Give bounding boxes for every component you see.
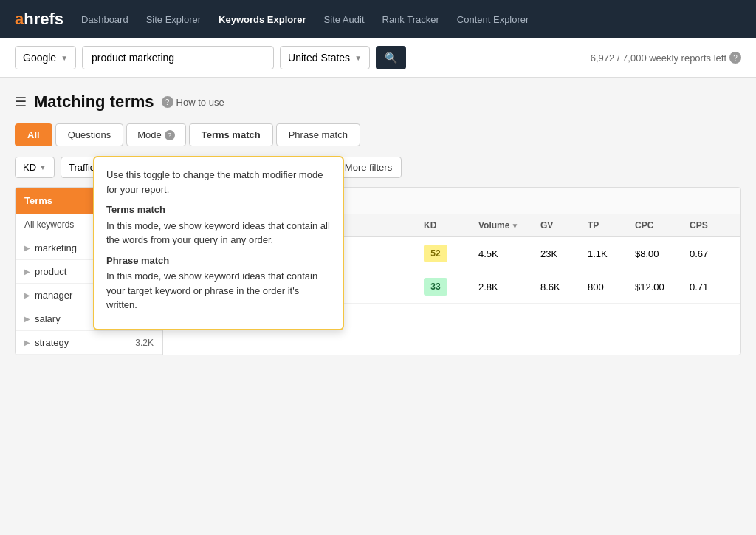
mode-label: Mode [137,129,162,140]
page-content: ☰ Matching terms ? How to use All Questi… [0,78,756,355]
mode-help-icon: ? [165,130,175,140]
tooltip-phrase-title: Phrase match [106,253,331,268]
country-select[interactable]: United States ▼ [280,46,370,69]
sidebar-item-label: strategy [35,337,69,348]
col-cpc-header: CPC [635,220,687,231]
row-tp: 1.1K [588,248,632,259]
row-cps: 0.71 [690,282,730,293]
row-tp: 800 [588,282,632,293]
kd-badge: 52 [424,245,447,262]
reports-left-indicator: 6,972 / 7,000 weekly reports left ? [591,52,741,64]
search-bar: Google ▼ United States ▼ 🔍 6,972 / 7,000… [0,38,756,78]
row-kd: 52 [424,245,475,262]
country-chevron-icon: ▼ [354,54,362,62]
more-filters-button[interactable]: More filters [335,157,402,178]
row-cps: 0.67 [690,248,730,259]
sidebar-item-label: manager [35,290,72,301]
keyword-input[interactable] [82,46,274,69]
col-volume-header[interactable]: Volume ▼ [478,220,537,231]
sidebar-item-label: marketing [35,242,77,253]
how-to-use-label: How to use [176,97,224,108]
col-gv-header: GV [540,220,585,231]
page-title: Matching terms [34,92,154,112]
kd-filter-chevron-icon: ▼ [39,163,47,171]
kd-filter[interactable]: KD ▼ [15,157,55,178]
brand-logo[interactable]: ahrefs [15,10,63,29]
row-cpc: $12.00 [635,282,687,293]
nav-dashboard[interactable]: Dashboard [81,14,128,25]
kd-filter-label: KD [23,162,36,173]
tabs-row: All Questions Mode ? Terms match Phrase … [15,123,741,146]
reports-help-icon[interactable]: ? [729,52,741,64]
chevron-right-icon: ▶ [24,291,30,299]
tab-mode[interactable]: Mode ? [126,123,186,146]
col-kd-header[interactable]: KD [424,220,475,231]
brand-logo-a: a [15,10,24,28]
country-label: United States [288,52,350,64]
hamburger-icon[interactable]: ☰ [15,94,27,110]
engine-select[interactable]: Google ▼ [15,46,76,69]
kd-badge: 33 [424,278,447,296]
nav-site-audit[interactable]: Site Audit [324,14,365,25]
tab-all[interactable]: All [15,123,52,146]
tab-phrase-match[interactable]: Phrase match [276,123,360,146]
tooltip-terms-desc: In this mode, we show keyword ideas that… [106,219,331,248]
sidebar-item-strategy[interactable]: ▶ strategy 3.2K [16,331,162,355]
col-cps-header: CPS [690,220,730,231]
tooltip-intro: Use this toggle to change the match modi… [106,168,331,197]
sidebar-item-count: 3.2K [135,338,154,348]
nav-site-explorer[interactable]: Site Explorer [146,14,201,25]
nav-content-explorer[interactable]: Content Explorer [457,14,529,25]
search-button[interactable]: 🔍 [376,46,406,69]
chevron-right-icon: ▶ [24,315,30,323]
engine-chevron-icon: ▼ [61,54,68,62]
tooltip-phrase-desc: In this mode, we show keyword ideas that… [106,269,331,313]
page-header: ☰ Matching terms ? How to use [15,92,741,112]
sidebar-item-label: salary [35,313,61,324]
tooltip-terms-title: Terms match [106,202,331,217]
chevron-right-icon: ▶ [24,338,30,347]
engine-label: Google [23,52,56,64]
row-cpc: $8.00 [635,248,687,259]
chevron-right-icon: ▶ [24,244,30,252]
tab-terms-match[interactable]: Terms match [189,123,273,146]
row-volume: 4.5K [478,248,537,259]
row-gv: 23K [540,248,585,259]
how-to-use-link[interactable]: ? How to use [162,96,224,108]
tab-questions[interactable]: Questions [55,123,124,146]
row-volume: 2.8K [478,282,537,293]
chevron-right-icon: ▶ [24,268,30,276]
row-gv: 8.6K [540,282,585,293]
volume-sort-icon: ▼ [511,222,518,230]
how-to-use-help-icon: ? [162,96,173,108]
nav-keywords-explorer[interactable]: Keywords Explorer [219,14,306,25]
reports-left-text: 6,972 / 7,000 weekly reports left [591,52,726,64]
row-kd: 33 [424,278,475,296]
mode-tooltip-popup: Use this toggle to change the match modi… [93,156,344,330]
nav-rank-tracker[interactable]: Rank Tracker [382,14,439,25]
navbar: ahrefs Dashboard Site Explorer Keywords … [0,0,756,38]
col-tp-header: TP [588,220,632,231]
sidebar-item-label: product [35,266,66,277]
